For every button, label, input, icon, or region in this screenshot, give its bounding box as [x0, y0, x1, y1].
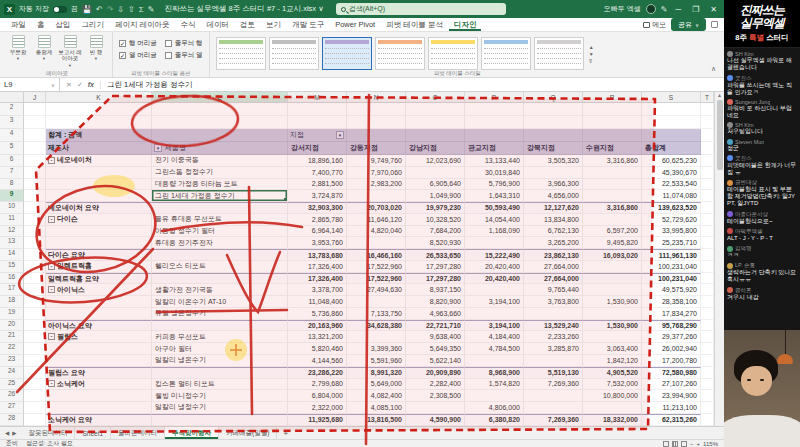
ribbon-tab-홈[interactable]: 홈: [32, 19, 50, 31]
name-box[interactable]: L9 ∨: [0, 78, 60, 91]
next-sheet-icon[interactable]: ▶: [12, 430, 16, 436]
value-cell[interactable]: 13,834,800: [524, 214, 583, 226]
value-cell[interactable]: [524, 308, 583, 320]
value-cell[interactable]: 2,282,400: [406, 379, 465, 391]
row-header-12[interactable]: 12: [0, 226, 24, 238]
value-cell[interactable]: 6,597,200: [583, 226, 642, 238]
cell[interactable]: [701, 379, 714, 391]
row-header-8[interactable]: 8: [0, 179, 24, 191]
value-cell[interactable]: 72,580,980: [642, 367, 701, 379]
value-cell[interactable]: 13,133,440: [465, 155, 524, 167]
pivot-style-thumb-6[interactable]: [481, 37, 531, 70]
value-cell[interactable]: 1,530,900: [583, 296, 642, 308]
save-icon[interactable]: 💾: [82, 5, 92, 14]
cell[interactable]: [24, 179, 46, 191]
ribbon-tab-피벗 테이블 분석[interactable]: 피벗 테이블 분석: [381, 19, 448, 31]
collapse-ribbon-icon[interactable]: ∧: [705, 65, 722, 77]
value-cell[interactable]: 20,909,890: [406, 367, 465, 379]
cell[interactable]: [701, 284, 714, 296]
value-cell[interactable]: 18,896,160: [288, 155, 347, 167]
cell[interactable]: [24, 249, 46, 261]
cell[interactable]: [152, 116, 288, 129]
value-cell[interactable]: [406, 402, 465, 414]
value-cell[interactable]: 4,806,000: [465, 402, 524, 414]
value-cell[interactable]: 13,783,680: [288, 249, 347, 261]
cell[interactable]: [24, 379, 46, 391]
cell[interactable]: [24, 116, 46, 129]
cell[interactable]: [24, 237, 46, 249]
page-layout-view-icon[interactable]: [672, 441, 678, 447]
value-cell[interactable]: [347, 296, 406, 308]
cell[interactable]: [583, 103, 642, 116]
checkbox-줄무늬 행[interactable]: 줄무늬 행: [165, 39, 203, 48]
row-header-24[interactable]: 24: [0, 367, 24, 379]
cell[interactable]: [24, 273, 46, 285]
value-cell[interactable]: 25,235,710: [642, 237, 701, 249]
ribbon-tab-삽입[interactable]: 삽입: [51, 19, 76, 31]
account-name[interactable]: 오빠두 엑셀: [604, 4, 641, 14]
value-cell[interactable]: 95,768,290: [642, 320, 701, 332]
cell[interactable]: [701, 261, 714, 273]
cell[interactable]: [701, 343, 714, 355]
cell[interactable]: [524, 116, 583, 129]
manufacturer-cell[interactable]: -일렉트릭홈: [46, 261, 152, 273]
collapse-group-icon[interactable]: -: [48, 380, 55, 387]
sheet-tab-잘못된데이터[interactable]: 잘못된데이터: [21, 427, 75, 439]
cell[interactable]: [24, 167, 46, 179]
row-header-20[interactable]: 20: [0, 320, 24, 332]
value-cell[interactable]: 9,749,760: [347, 155, 406, 167]
filter-dropdown-icon[interactable]: ▼: [154, 144, 162, 152]
cell[interactable]: [24, 190, 46, 202]
manufacturer-cell[interactable]: [46, 167, 152, 179]
manufacturer-cell[interactable]: [46, 402, 152, 414]
value-cell[interactable]: 8,968,900: [465, 367, 524, 379]
cell[interactable]: [152, 103, 288, 116]
collapse-group-icon[interactable]: -: [48, 263, 55, 270]
value-cell[interactable]: 22,533,540: [642, 179, 701, 191]
row-header-26[interactable]: 26: [0, 390, 24, 402]
minimize-button[interactable]: ─: [672, 5, 684, 14]
collapse-group-icon[interactable]: -: [48, 216, 55, 223]
product-cell[interactable]: 알칼리 냉정수기: [152, 402, 288, 414]
product-cell[interactable]: 전기 이중국통: [152, 155, 288, 167]
row-header-17[interactable]: 17: [0, 284, 24, 296]
value-cell[interactable]: 100,231,040: [642, 261, 701, 273]
account-avatar[interactable]: [646, 4, 656, 14]
enter-icon[interactable]: ✓: [77, 81, 83, 89]
value-cell[interactable]: 13,321,200: [288, 331, 347, 343]
cell[interactable]: [24, 202, 46, 214]
autosum-icon[interactable]: Σ: [139, 5, 144, 14]
value-cell[interactable]: 9,495,820: [583, 237, 642, 249]
manufacturer-cell[interactable]: [46, 179, 152, 191]
ribbon-tab-파일[interactable]: 파일: [6, 19, 31, 31]
value-cell[interactable]: [347, 190, 406, 202]
autosave-toggle[interactable]: [53, 6, 67, 13]
ribbon-button-부분합[interactable]: 부분합▾: [6, 34, 30, 69]
manufacturer-cell[interactable]: [46, 308, 152, 320]
manufacturer-cell[interactable]: [46, 190, 152, 202]
cell[interactable]: [642, 116, 701, 129]
value-cell[interactable]: 27,664,000: [524, 273, 583, 285]
value-cell[interactable]: 9,765,440: [524, 284, 583, 296]
manufacturer-cell[interactable]: -소닉케어: [46, 379, 152, 391]
row-header-7[interactable]: 7: [0, 167, 24, 179]
value-cell[interactable]: 17,326,400: [288, 273, 347, 285]
value-cell[interactable]: 7,532,000: [583, 379, 642, 391]
collapse-group-icon[interactable]: -: [48, 333, 55, 340]
cell[interactable]: [24, 142, 46, 155]
value-cell[interactable]: [465, 390, 524, 402]
product-cell[interactable]: [152, 320, 288, 332]
cell[interactable]: [701, 155, 714, 167]
column-header-N[interactable]: N: [347, 92, 406, 103]
value-cell[interactable]: 3,378,700: [288, 284, 347, 296]
pivot-column-field[interactable]: 지점▼: [288, 129, 347, 142]
value-cell[interactable]: 6,905,640: [406, 179, 465, 191]
value-cell[interactable]: 17,297,280: [406, 261, 465, 273]
value-cell[interactable]: 4,144,560: [288, 355, 347, 367]
pivot-style-thumb-2[interactable]: [269, 37, 319, 70]
value-cell[interactable]: 23,994,900: [642, 390, 701, 402]
pivot-style-thumb-7[interactable]: [534, 37, 584, 70]
value-cell[interactable]: 1,530,900: [583, 320, 642, 332]
value-cell[interactable]: 5,519,130: [524, 367, 583, 379]
value-cell[interactable]: 4,784,500: [465, 343, 524, 355]
